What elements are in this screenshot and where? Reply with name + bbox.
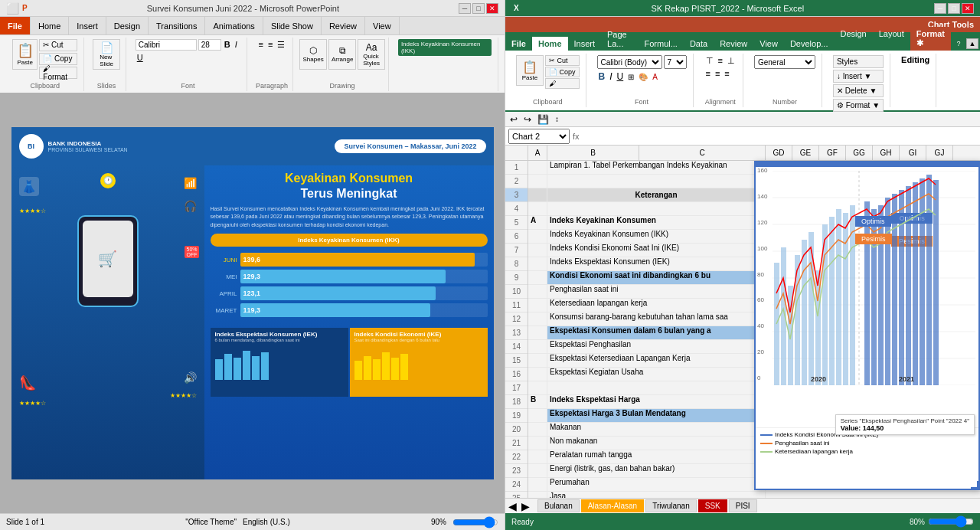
excel-redo-btn[interactable]: ↪ [522,113,533,126]
excel-design-tab[interactable]: Design [834,27,872,51]
excel-undo-btn[interactable]: ↩ [508,113,519,126]
excel-name-box[interactable]: Chart 2 [508,129,570,144]
cell-14b[interactable]: Ekspektasi Penghasilan [547,340,766,353]
cell-6b[interactable]: Indeks Keyakinan Konsumen (IKK) [547,230,766,243]
ppt-underline-btn[interactable]: U [136,52,145,63]
ppt-quickstyles-btn[interactable]: Aa QuickStyles [358,39,385,70]
ppt-tab-design[interactable]: Design [106,17,149,34]
sheet-tab-pisi[interactable]: PISI [729,499,757,512]
cell-7a[interactable] [528,244,547,257]
sheet-tab-triwulanan[interactable]: Triwulanan [645,499,697,512]
ppt-formatpaint-btn[interactable]: 🖌 Format [39,67,77,79]
ppt-italic-btn[interactable]: I [234,39,239,50]
excel-bold-btn[interactable]: B [597,70,607,83]
cell-1a[interactable] [528,161,547,174]
excel-minimize-ribbon-btn[interactable]: ▲ [966,38,978,49]
col-header-gi[interactable]: GI [900,146,926,160]
col-header-b[interactable]: B [547,146,639,160]
excel-tab-review[interactable]: Review [714,37,753,51]
excel-chart-overlay[interactable]: 160 140 120 100 80 60 40 20 0 Optimis Pe… [754,161,980,490]
cell-10b[interactable]: Penghasilan saat ini [547,285,766,298]
cell-5b[interactable]: Indeks Keyakinan Konsumen [547,216,766,229]
col-header-gg[interactable]: GG [846,146,873,160]
cell-21b[interactable]: Non makanan [547,437,766,450]
cell-3b[interactable]: Keterangan [547,188,766,201]
cell-8a[interactable] [528,257,547,270]
excel-underline-btn[interactable]: U [616,70,626,83]
ppt-font-size[interactable] [198,39,221,51]
ppt-aligncenter-btn[interactable]: ≡ [266,39,274,51]
ppt-zoom-slider[interactable] [452,516,498,528]
excel-help-btn[interactable]: ? [952,38,965,49]
cell-5a[interactable]: A [528,216,547,229]
sheet-nav-right[interactable]: ▶ [521,500,530,512]
ppt-alignleft-btn[interactable]: ≡ [256,39,264,51]
excel-center-align-btn[interactable]: ≡ [714,68,721,79]
sheet-tab-bulanan[interactable]: Bulanan [537,499,580,512]
cell-6a[interactable] [528,230,547,243]
cell-12b[interactable]: Konsumsi barang-barang kebutuhan tahan l… [547,312,766,326]
excel-tab-home[interactable]: Home [532,37,568,51]
col-header-c[interactable]: C [639,146,766,160]
excel-formula-input[interactable] [583,130,977,142]
excel-top-align-btn[interactable]: ⊤ [704,55,715,67]
ppt-paste-btn[interactable]: 📋 Paste [12,39,38,70]
excel-save-btn[interactable]: 💾 [536,113,550,126]
cell-13b[interactable]: Ekspektasi Konsumen dalam 6 bulan yang a [547,326,766,339]
col-header-a[interactable]: A [528,146,547,160]
col-header-gf[interactable]: GF [819,146,846,160]
chart-resize-handle[interactable] [971,481,978,489]
ppt-close-btn[interactable]: ✕ [486,3,498,14]
cell-10a[interactable] [528,285,547,298]
cell-19b[interactable]: Ekspektasi Harga 3 Bulan Mendatang [547,409,766,422]
ppt-shapes-btn[interactable]: ⬡ Shapes [299,39,327,70]
cell-15a[interactable] [528,354,547,367]
ppt-tab-home[interactable]: Home [31,17,69,34]
excel-bot-align-btn[interactable]: ⊥ [726,55,737,67]
cell-14a[interactable] [528,340,547,353]
excel-left-align-btn[interactable]: ≡ [704,68,712,79]
cell-16a[interactable] [528,368,547,381]
cell-19a[interactable] [528,409,547,422]
cell-22b[interactable]: Peralatan rumah tangga [547,450,766,463]
excel-formatpaint-btn[interactable]: 🖌 [545,78,580,89]
excel-paste-btn[interactable]: 📋 Paste [516,55,544,86]
excel-tab-data[interactable]: Data [684,37,714,51]
excel-number-format-select[interactable]: General [754,55,815,69]
cell-4b[interactable] [547,202,766,215]
cell-7b[interactable]: Indeks Kondisi Ekonomi Saat Ini (IKE) [547,244,766,257]
excel-tab-insert[interactable]: Insert [568,37,602,51]
cell-4a[interactable] [528,202,547,215]
ppt-tab-animations[interactable]: Animations [205,17,263,34]
excel-restore-btn[interactable]: □ [948,3,960,14]
cell-9b[interactable]: Kondisi Ekonomi saat ini dibandingkan 6 … [547,271,766,284]
ppt-slide[interactable]: BI BANK INDONESIA PROVINSI SULAWESI SELA… [11,127,494,479]
sheet-nav-left[interactable]: ◀ [508,500,517,512]
excel-mid-align-btn[interactable]: ≡ [717,55,724,67]
cell-18a[interactable]: B [528,395,547,408]
excel-right-align-btn[interactable]: ≡ [723,68,730,79]
ppt-font-name[interactable] [136,39,197,51]
ppt-arrange-btn[interactable]: ⧉ Arrange [328,39,356,70]
cell-20b[interactable]: Makanan [547,423,766,436]
cell-11b[interactable]: Ketersediaan lapangan kerja [547,299,766,312]
cell-12a[interactable] [528,312,547,326]
ppt-bold-btn[interactable]: B [223,39,232,50]
excel-layout-tab[interactable]: Layout [873,27,910,51]
cell-24b[interactable]: Perumahan [547,478,766,491]
cell-17b[interactable] [547,381,766,394]
excel-styles-btn[interactable]: Styles [833,55,884,68]
cell-22a[interactable] [528,450,547,463]
cell-2b[interactable] [547,175,766,188]
excel-fillcolor-btn[interactable]: 🎨 [637,72,649,82]
excel-tab-file[interactable]: File [505,37,532,51]
excel-sort-btn[interactable]: ↕ [554,114,560,124]
col-header-gd[interactable]: GD [766,146,792,160]
excel-minimize-btn[interactable]: ─ [934,3,946,14]
col-header-gh[interactable]: GH [873,146,900,160]
cell-9a[interactable] [528,271,547,284]
excel-close-btn[interactable]: ✕ [962,3,974,14]
cell-17a[interactable] [528,381,547,394]
cell-16b[interactable]: Ekspektasi Kegiatan Usaha [547,368,766,381]
excel-tab-pagelayout[interactable]: Page La... [601,28,638,51]
